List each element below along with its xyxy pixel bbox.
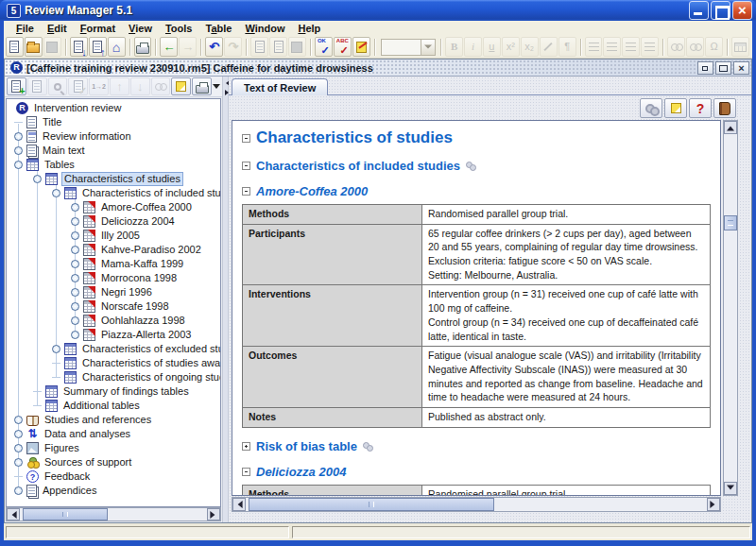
row-value[interactable]: 65 regular coffee drinkers (> 2 cups per… <box>422 224 711 285</box>
help-button[interactable]: ? <box>689 98 712 118</box>
row-value[interactable]: Randomised parallel group trial. <box>422 485 711 496</box>
insert-anchor-button[interactable] <box>686 37 704 57</box>
open-file-button[interactable] <box>25 37 43 57</box>
italic-button[interactable]: i <box>464 37 482 57</box>
tree-item-study[interactable]: Negri 1996 <box>7 285 220 299</box>
table-row[interactable]: Participants 65 regular coffee drinkers … <box>243 224 711 285</box>
expand-handle[interactable] <box>71 260 79 268</box>
renumber-button[interactable]: 1→2 <box>89 77 109 95</box>
scroll-right-button[interactable] <box>207 508 220 520</box>
cochrane-library-button[interactable]: ⌂ <box>108 37 126 57</box>
expand-handle[interactable] <box>71 316 79 325</box>
document-minimize-button[interactable] <box>697 61 713 75</box>
tree-item-study[interactable]: Illy 2005 <box>7 229 220 243</box>
move-up-button[interactable]: ↑ <box>110 77 129 95</box>
close-button[interactable] <box>732 1 752 20</box>
tree-item-summary-of-findings-tables[interactable]: Summary of findings tables <box>7 384 220 399</box>
tree-item-appendices[interactable]: Appendices <box>7 484 220 498</box>
insert-table-button[interactable] <box>731 37 749 57</box>
bullet-list-button[interactable] <box>585 37 603 57</box>
tree-item-characteristics-of-excluded-studies[interactable]: Characteristics of excluded studies <box>7 342 220 356</box>
toolbar-overflow-arrow[interactable] <box>213 84 220 93</box>
expand-handle[interactable] <box>71 331 79 339</box>
tree-item-intervention-review[interactable]: Intervention review <box>7 101 220 115</box>
print-button[interactable] <box>134 37 152 57</box>
check-item-button[interactable]: ✓ <box>68 77 88 95</box>
menu-window[interactable]: Window <box>238 22 291 35</box>
tree-item-characteristics-awaiting-classification[interactable]: Characteristics of studies awaiting cla <box>7 356 220 370</box>
insert-link-button[interactable] <box>667 37 685 57</box>
add-note-button[interactable] <box>664 98 687 118</box>
review-text-document[interactable]: Characteristics of studies Characteristi… <box>232 120 721 496</box>
add-item-button[interactable]: + <box>7 77 26 95</box>
content-horizontal-scrollbar[interactable] <box>232 497 721 512</box>
special-character-button[interactable]: Ω <box>705 37 723 57</box>
expand-handle[interactable] <box>71 231 79 240</box>
row-value[interactable]: Published as abstract only. <box>422 407 711 427</box>
scroll-right-button[interactable] <box>707 498 720 511</box>
maximize-button[interactable] <box>711 1 730 20</box>
decrease-indent-button[interactable] <box>641 37 659 57</box>
tree-item-study[interactable]: Kahve-Paradiso 2002 <box>7 243 220 257</box>
table-row[interactable]: Methods Randomised parallel group trial. <box>243 205 711 225</box>
style-dropdown[interactable] <box>381 39 436 56</box>
expand-handle[interactable] <box>14 132 23 141</box>
print-preview-button[interactable] <box>192 77 212 95</box>
collapse-box-icon[interactable] <box>242 134 250 143</box>
document-close-button[interactable]: × <box>733 61 749 75</box>
tree-item-data-and-analyses[interactable]: Data and analyses <box>7 427 220 441</box>
tree-item-figures[interactable]: Figures <box>7 441 220 455</box>
tree-item-study[interactable]: Piazza-Allerta 2003 <box>7 328 220 342</box>
save-button[interactable] <box>43 37 61 57</box>
collapse-handle[interactable] <box>14 161 23 169</box>
tree-item-characteristics-of-included-studies[interactable]: Characteristics of included studies <box>7 186 220 200</box>
expand-handle[interactable] <box>14 458 23 467</box>
expand-handle[interactable] <box>71 217 79 226</box>
expand-handle[interactable] <box>71 274 79 282</box>
link-item-button[interactable] <box>151 77 171 95</box>
scroll-left-button[interactable] <box>7 508 20 520</box>
collapse-handle[interactable] <box>33 175 42 183</box>
forward-button[interactable]: → <box>179 37 197 57</box>
minimize-button[interactable] <box>689 1 709 20</box>
tree-item-study[interactable]: Oohlahlazza 1998 <box>7 314 220 328</box>
tree-horizontal-scrollbar[interactable] <box>6 507 221 521</box>
menu-view[interactable]: View <box>122 22 159 35</box>
expand-handle[interactable] <box>52 345 60 353</box>
document-restore-button[interactable] <box>715 61 731 75</box>
collapse-box-icon[interactable] <box>242 187 250 196</box>
spellcheck-button[interactable]: ABC✓ <box>334 37 352 57</box>
highlight-button[interactable] <box>540 37 558 57</box>
expand-handle[interactable] <box>14 486 23 495</box>
table-row[interactable]: Interventions Intervention group (n = 31… <box>243 285 711 347</box>
paragraph-marks-button[interactable]: ¶ <box>558 37 576 57</box>
scrollbar-thumb[interactable] <box>23 508 108 520</box>
scroll-down-button[interactable] <box>724 482 737 495</box>
import-button[interactable]: ↓ <box>70 37 88 57</box>
collapse-box-icon[interactable] <box>242 162 250 170</box>
validate-button[interactable]: OK✓ <box>315 37 333 57</box>
menu-help[interactable]: Help <box>291 22 327 35</box>
document-title-bar[interactable]: [Caffeine training review 230910.rm5] Ca… <box>5 60 751 77</box>
expand-handle[interactable] <box>14 444 23 452</box>
tree-item-feedback[interactable]: Feedback <box>7 469 220 484</box>
notes-button[interactable] <box>171 77 191 95</box>
row-value[interactable]: Fatigue (visual analogue scale (VAS)) an… <box>422 347 711 408</box>
tree-item-studies-and-references[interactable]: Studies and references <box>7 413 220 427</box>
menu-tools[interactable]: Tools <box>159 22 199 35</box>
scroll-up-button[interactable] <box>724 121 737 134</box>
copy-button[interactable] <box>269 37 287 57</box>
collapse-handle[interactable] <box>52 189 60 197</box>
tree-item-main-text[interactable]: Main text <box>7 144 220 158</box>
increase-indent-button[interactable] <box>622 37 640 57</box>
expand-handle[interactable] <box>71 302 79 311</box>
expand-handle[interactable] <box>14 146 23 155</box>
back-button[interactable]: ← <box>160 37 178 57</box>
expand-handle[interactable] <box>71 246 79 254</box>
expand-box-icon[interactable] <box>242 442 250 451</box>
pin-icon[interactable] <box>363 442 373 451</box>
pin-icon[interactable] <box>466 162 476 170</box>
superscript-button[interactable]: x² <box>502 37 520 57</box>
tree-item-characteristics-of-studies[interactable]: Characteristics of studies <box>7 172 220 186</box>
cut-button[interactable] <box>250 37 268 57</box>
